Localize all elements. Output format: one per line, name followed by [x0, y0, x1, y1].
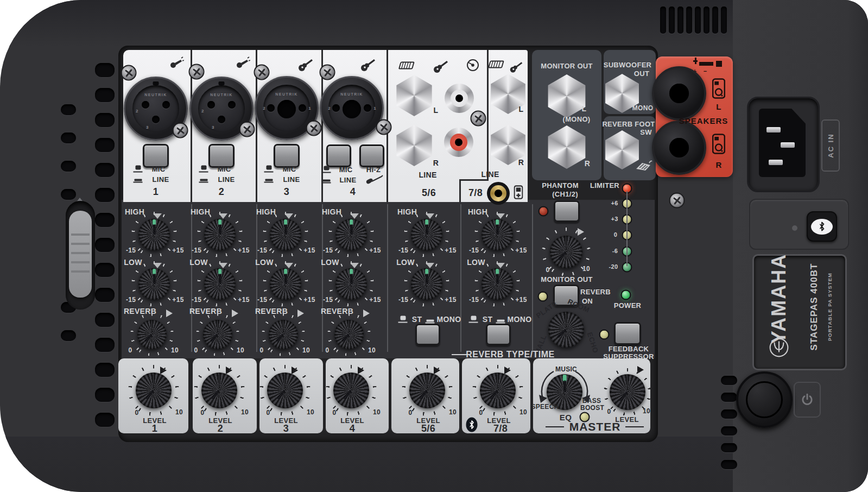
ch3-reverb-knob[interactable] [262, 313, 305, 356]
vent-slot [669, 7, 675, 34]
switch-down-icon [496, 317, 505, 324]
vent-slot [95, 188, 115, 202]
reverb-on-label1: REVERB [580, 288, 611, 296]
speaker-l-jack [652, 66, 706, 121]
eq-max: +15 [303, 296, 315, 304]
ch4-low-knob[interactable] [328, 261, 374, 307]
ch2-high-knob[interactable] [197, 212, 243, 257]
meter-minus6: -6 [612, 248, 618, 254]
portable-player-icon [514, 185, 523, 199]
ch56-high-knob[interactable] [404, 212, 449, 257]
xlr-pin-hole [228, 101, 236, 109]
divider [460, 204, 461, 352]
xlr-notch [219, 81, 225, 85]
pin-label: 2 [263, 106, 265, 111]
lvl-min: 0 [479, 409, 483, 417]
master-max: 10 [643, 407, 650, 415]
screw [173, 123, 188, 138]
reverb-type-time-knob[interactable] [548, 312, 584, 348]
ch2-low-knob[interactable] [197, 261, 243, 307]
ch4-mic-line-switch[interactable] [326, 144, 351, 167]
vent-slot [95, 163, 115, 177]
sw-label: SW [640, 128, 652, 136]
vent-slot [95, 338, 115, 352]
eq-min: -15 [192, 296, 201, 304]
ch1-mic-line-switch[interactable] [143, 144, 169, 168]
ch3-low-knob[interactable] [263, 261, 308, 307]
hiz-label: Hi-Z [366, 166, 381, 174]
pin-label: 1 [373, 106, 376, 111]
switch-up-icon [469, 316, 478, 323]
latch-slider[interactable] [69, 211, 92, 298]
ch56-level-knob[interactable] [402, 365, 453, 416]
rv-max: 10 [302, 346, 310, 354]
power-button[interactable] [736, 371, 793, 428]
eq-max: +15 [445, 247, 456, 254]
ch1-high-knob[interactable] [131, 212, 177, 257]
ch3-high-knob[interactable] [263, 212, 308, 257]
st-label: ST [412, 315, 422, 324]
vent-slot [95, 288, 115, 302]
plug-pin-icon [695, 58, 696, 64]
meter-rail [626, 191, 628, 266]
ch2-level-number: 2 [218, 423, 223, 434]
ch1-level-knob[interactable] [128, 365, 179, 416]
lvl-max: 10 [307, 408, 314, 416]
lvl-max: 10 [519, 408, 527, 416]
ch2-mic-line-switch[interactable] [208, 144, 235, 168]
feedback-suppressor-switch[interactable] [614, 322, 641, 345]
speaker-cab-icon [712, 78, 725, 99]
ch1-reverb-knob[interactable] [130, 313, 174, 356]
ch4-high-knob[interactable] [328, 212, 374, 257]
eq-min: -15 [398, 247, 408, 254]
meter-plus3: +3 [611, 216, 618, 222]
ch78-level-knob[interactable] [472, 365, 523, 416]
ch4-hiz-switch[interactable] [359, 144, 384, 167]
phantom-switch[interactable] [554, 200, 580, 222]
ch4-level-knob[interactable] [326, 365, 377, 416]
acoustic-guitar-icon [509, 61, 523, 73]
ch78-low-knob[interactable] [474, 261, 520, 307]
ac-in-label: AC IN [827, 133, 835, 157]
rv-max: 10 [237, 346, 244, 354]
vent-slot [721, 409, 737, 419]
ch1-low-knob[interactable] [131, 261, 177, 307]
divider [387, 204, 388, 352]
vent-slot [95, 313, 115, 327]
bluetooth-button[interactable] [807, 211, 837, 242]
vent-slot [95, 238, 115, 252]
monitor-out-r-jack [545, 125, 588, 169]
l-label: L [519, 105, 524, 113]
monitor-max: 10 [582, 265, 590, 273]
rv-min: 0 [326, 346, 330, 354]
ch56-low-knob[interactable] [404, 261, 449, 307]
ch4-reverb-knob[interactable] [327, 313, 371, 356]
lvl-max: 10 [449, 408, 457, 416]
mic-label: MIC [339, 166, 353, 174]
screw [320, 65, 335, 80]
xlr-pin-hole [207, 101, 215, 109]
ch78-number: 7/8 [468, 187, 483, 199]
ch2-level-knob[interactable] [194, 365, 245, 416]
ac-pin [781, 142, 795, 148]
ch2-reverb-knob[interactable] [196, 313, 239, 356]
vent-slot [704, 7, 709, 34]
vent-slot [721, 443, 737, 452]
speech-label: SPEECH [531, 403, 559, 411]
vent-slot [677, 7, 683, 34]
pin-label: 3 [212, 124, 214, 129]
ch78-high-knob[interactable] [474, 212, 520, 257]
vent-slot [695, 7, 701, 34]
limiter-label: LIMITER [590, 181, 619, 190]
ch3-level-knob[interactable] [259, 365, 311, 416]
vent-slot [95, 88, 115, 102]
ch78-st-mono-switch[interactable] [486, 324, 511, 345]
speaker-plug-icon [716, 61, 722, 67]
cd-icon [466, 59, 479, 72]
rv-min: 0 [194, 346, 198, 354]
pin-label: 3 [146, 124, 148, 129]
ch56-st-mono-switch[interactable] [415, 324, 440, 345]
ch3-mic-line-switch[interactable] [274, 144, 300, 168]
speakers-l-label: L [716, 102, 721, 111]
ch56-rca-l-jack [445, 84, 474, 113]
